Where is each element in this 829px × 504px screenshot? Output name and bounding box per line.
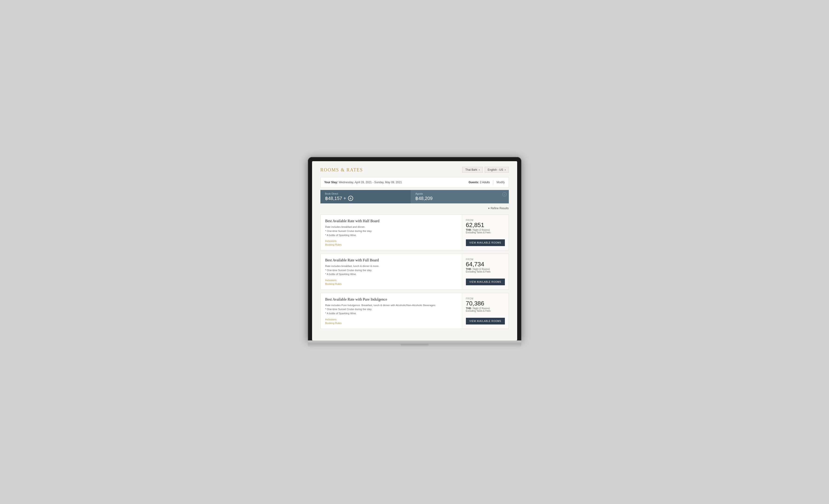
rate-links: Inclusions Booking Rules [325,318,457,324]
price-unit: THB / Night (2 Rooms) Excluding Taxes & … [466,268,491,273]
screen: ROOMS & RATES Thai Baht ▾ English - US ▾ [312,161,517,340]
laptop-base [308,341,521,347]
agoda-label: Agoda [415,192,504,195]
language-selector[interactable]: English - US ▾ [485,167,509,173]
view-rooms-button[interactable]: VIEW AVAILABLE ROOMS [466,318,505,324]
rate-links: Inclusions Booking Rules [325,279,457,285]
from-label: FROM [466,297,491,300]
booking-rules-link[interactable]: Booking Rules [325,243,457,246]
price-amount: 62,851 [466,222,491,228]
language-label: English - US [488,168,503,171]
rate-links: Inclusions Booking Rules [325,240,457,246]
inclusions-link[interactable]: Inclusions [325,279,457,281]
inclusions-link[interactable]: Inclusions [325,318,457,321]
rate-card-price: FROM 64,734 THB / Night (2 Rooms) Exclud… [462,254,509,289]
refine-label: Refine Results [491,207,509,210]
book-direct-price: ฿48,157 + ⊕ [325,196,406,201]
stay-bar: Your Stay: Wednesday, April 28, 2021 - S… [320,177,509,188]
currency-selector[interactable]: Thai Baht ▾ [462,167,482,173]
guests-value: 2 Adults [480,181,490,184]
currency-chevron: ▾ [479,169,480,171]
refine-chevron: ▾ [488,207,490,210]
inclusions-link[interactable]: Inclusions [325,240,457,242]
page-title: ROOMS & RATES [320,167,363,172]
refine-button[interactable]: ▾ Refine Results [488,207,509,210]
your-stay-label: Your Stay: [324,181,338,184]
price-unit: THB / Night (2 Rooms) Excluding Taxes & … [466,307,491,312]
divider [493,180,493,185]
laptop-shell: ROOMS & RATES Thai Baht ▾ English - US ▾ [308,157,521,347]
rate-card-price: FROM 70,386 THB / Night (2 Rooms) Exclud… [462,293,509,328]
booking-rules-link[interactable]: Booking Rules [325,322,457,324]
rate-card: Best Available Rate with Half Board Rate… [320,215,509,250]
rate-title: Best Available Rate with Pure Indulgence [325,297,457,302]
book-direct-section: Book Direct ฿48,157 + ⊕ [320,190,411,203]
view-rooms-button[interactable]: VIEW AVAILABLE ROOMS [466,239,505,246]
info-icon[interactable]: i [502,192,506,196]
rate-card-info: Best Available Rate with Full Board Rate… [321,254,462,289]
laptop-notch [401,344,429,347]
from-label: FROM [466,258,491,261]
agoda-section: Agoda ฿48,209 [411,190,509,203]
guests-label: Guests: [469,181,479,184]
rate-card: Best Available Rate with Full Board Rate… [320,254,509,290]
price-unit: THB / Night (2 Rooms) Excluding Taxes & … [466,228,491,234]
currency-label: Thai Baht [465,168,477,171]
rate-card-price: FROM 62,851 THB / Night (2 Rooms) Exclud… [462,215,509,250]
price-block: FROM 62,851 THB / Night (2 Rooms) Exclud… [466,219,491,234]
currency-controls: Thai Baht ▾ English - US ▾ [462,167,509,173]
guests-info: Guests: 2 Adults [469,181,490,184]
screen-bezel: ROOMS & RATES Thai Baht ▾ English - US ▾ [308,157,521,340]
price-block: FROM 64,734 THB / Night (2 Rooms) Exclud… [466,258,491,273]
booking-rules-link[interactable]: Booking Rules [325,282,457,285]
page-header: ROOMS & RATES Thai Baht ▾ English - US ▾ [320,167,509,173]
price-bar: Book Direct ฿48,157 + ⊕ Agoda ฿48,209 i [320,190,509,203]
language-chevron: ▾ [505,169,506,171]
book-direct-label: Book Direct [325,192,406,195]
from-label: FROM [466,219,491,222]
rate-title: Best Available Rate with Full Board [325,258,457,262]
book-direct-price-value: ฿48,157 + [325,196,346,201]
rate-cards-container: Best Available Rate with Half Board Rate… [320,215,509,328]
rate-card-info: Best Available Rate with Half Board Rate… [321,215,462,250]
agoda-price: ฿48,209 [415,196,504,201]
rate-description: Rate includes breakfast and dinner.* One… [325,225,457,237]
refine-row: ▾ Refine Results [320,207,509,210]
price-amount: 70,386 [466,300,491,306]
rate-description: Rate includes breakfast, lunch & dinner … [325,264,457,276]
price-amount: 64,734 [466,261,491,267]
stay-dates: Wednesday, April 28, 2021 - Sunday, May … [339,181,402,184]
modify-link[interactable]: Modify [497,181,505,184]
rate-title: Best Available Rate with Half Board [325,219,457,223]
price-block: FROM 70,386 THB / Night (2 Rooms) Exclud… [466,297,491,312]
stay-info: Your Stay: Wednesday, April 28, 2021 - S… [324,181,469,184]
reward-badge: ⊕ [348,196,353,201]
rate-card: Best Available Rate with Pure Indulgence… [320,293,509,329]
rate-description: Rate includes Pure Indulgence. Breakfast… [325,303,457,316]
page-content: ROOMS & RATES Thai Baht ▾ English - US ▾ [312,161,517,340]
view-rooms-button[interactable]: VIEW AVAILABLE ROOMS [466,278,505,285]
rate-card-info: Best Available Rate with Pure Indulgence… [321,293,462,328]
